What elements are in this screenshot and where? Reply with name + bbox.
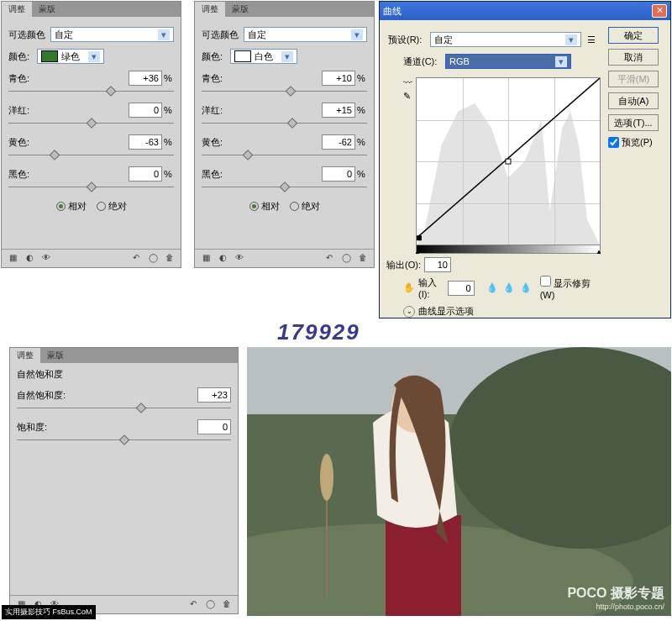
tab-mask[interactable]: 蒙版 [225, 2, 255, 17]
ok-button[interactable]: 确定 [608, 27, 659, 44]
vibrance-slider[interactable] [17, 403, 231, 414]
black-slider[interactable] [8, 182, 174, 193]
curve-display-options[interactable]: ⌄曲线显示选项 [403, 305, 596, 318]
vibrance-title: 自然饱和度 [17, 368, 231, 381]
cyan-slider[interactable] [202, 86, 367, 97]
color-select[interactable]: 白色▾ [230, 49, 297, 64]
trash-icon[interactable]: 🗑 [164, 253, 176, 265]
preset-select[interactable]: 自定▾ [430, 32, 581, 47]
show-clipping-checkbox[interactable]: 显示修剪(W) [540, 276, 596, 300]
magenta-slider[interactable] [8, 118, 174, 129]
vibrance-panel: 调整蒙版 自然饱和度 自然饱和度: 饱和度: ▦◐👁↶◯🗑 [9, 347, 239, 614]
reset-icon[interactable]: ↶ [187, 599, 199, 611]
curves-dialog: 曲线✕ 预设(R):自定▾☰ 通道(C):RGB▾ 〰✎ ▲▲ 输出(O): ✋… [379, 1, 671, 318]
output-input[interactable] [424, 257, 451, 272]
magenta-label: 洋红: [8, 104, 40, 117]
tab-adjust[interactable]: 调整 [195, 2, 225, 17]
preset-select[interactable]: 自定▾ [50, 27, 174, 42]
chevron-down-icon: ▾ [555, 56, 567, 67]
svg-rect-8 [386, 515, 461, 616]
magenta-input[interactable] [129, 103, 162, 118]
selective-color-panel-green: 调整 蒙版 可选颜色 自定▾ 颜色: 绿色▾ 青色:% 洋红:% 黄色:% 黑色… [1, 1, 181, 268]
absolute-radio[interactable]: 绝对 [290, 200, 320, 213]
close-icon[interactable]: ✕ [652, 4, 667, 18]
vibrance-input[interactable] [197, 387, 231, 403]
svg-rect-2 [506, 159, 511, 164]
black-input[interactable] [129, 166, 162, 182]
menu-icon[interactable]: ☰ [585, 34, 598, 45]
tab-adjust[interactable]: 调整 [2, 2, 32, 17]
yellow-input[interactable] [322, 134, 355, 150]
saturation-input[interactable] [197, 419, 231, 434]
watermark: POCO 摄影专题http://photo.poco.cn/ [567, 585, 664, 611]
pencil-tool-icon[interactable]: ✎ [403, 91, 412, 102]
black-label: 黑色: [8, 168, 40, 181]
relative-radio[interactable]: 相对 [56, 200, 87, 213]
magenta-slider[interactable] [202, 118, 367, 129]
eyedropper-white-icon[interactable]: 💧 [520, 282, 532, 294]
saturation-slider[interactable] [17, 434, 231, 446]
chevron-down-icon: ▾ [88, 51, 100, 62]
panel-footer: ▦◐👁↶◯🗑 [2, 249, 181, 267]
chevron-down-icon: ▾ [351, 29, 363, 40]
tab-adjust[interactable]: 调整 [10, 348, 40, 363]
check-number: 179929 [277, 319, 360, 345]
cyan-label: 青色: [8, 72, 40, 85]
cyan-slider[interactable] [8, 86, 174, 97]
layer-icon[interactable]: ▦ [7, 253, 18, 265]
options-button[interactable]: 选项(T)... [608, 114, 659, 131]
eyedropper-black-icon[interactable]: 💧 [486, 282, 498, 294]
view-icon[interactable]: ◐ [217, 253, 228, 265]
view-icon[interactable]: ◐ [24, 253, 35, 265]
svg-rect-3 [417, 235, 422, 240]
curve-tool-icon[interactable]: 〰 [403, 77, 412, 87]
tab-mask[interactable]: 蒙版 [32, 2, 62, 17]
prev-icon[interactable]: ◯ [204, 599, 216, 611]
selective-color-panel-white: 调整蒙版 可选颜色自定▾ 颜色:白色▾ 青色:% 洋红:% 黄色:% 黑色:% … [194, 1, 375, 268]
svg-point-11 [320, 454, 333, 501]
result-photo: POCO 摄影专题http://photo.poco.cn/ [247, 347, 671, 616]
reset-icon[interactable]: ↶ [130, 253, 142, 265]
dialog-title: 曲线 [383, 5, 402, 18]
black-slider[interactable] [202, 182, 367, 193]
eyedropper-gray-icon[interactable]: 💧 [503, 282, 515, 294]
yellow-input[interactable] [129, 134, 162, 150]
preset-select[interactable]: 自定▾ [244, 27, 367, 42]
swatch-icon [41, 50, 58, 62]
color-select[interactable]: 绿色▾ [37, 49, 104, 64]
tab-mask[interactable]: 蒙版 [40, 348, 71, 363]
hand-icon[interactable]: ✋ [403, 282, 415, 293]
cancel-button[interactable]: 取消 [608, 49, 659, 66]
preview-checkbox[interactable]: 预览(P) [608, 136, 662, 149]
prev-icon[interactable]: ◯ [340, 253, 352, 265]
eye-icon[interactable]: 👁 [234, 253, 245, 265]
channel-select[interactable]: RGB▾ [445, 54, 571, 69]
cyan-input[interactable] [322, 71, 355, 86]
chevron-down-icon: ▾ [281, 51, 293, 62]
yellow-label: 黄色: [8, 136, 40, 149]
relative-radio[interactable]: 相对 [249, 200, 280, 213]
auto-button[interactable]: 自动(A) [608, 92, 659, 109]
yellow-slider[interactable] [8, 150, 174, 161]
selcolor-label: 可选颜色 [8, 29, 50, 41]
trash-icon[interactable]: 🗑 [357, 253, 369, 265]
panel-tabs: 调整 蒙版 [2, 2, 181, 17]
dialog-titlebar[interactable]: 曲线✕ [380, 2, 670, 20]
magenta-input[interactable] [322, 103, 355, 118]
absolute-radio[interactable]: 绝对 [97, 200, 127, 213]
chevron-down-icon: ▾ [565, 34, 577, 45]
prev-icon[interactable]: ◯ [147, 253, 159, 265]
swatch-icon [234, 50, 251, 62]
eye-icon[interactable]: 👁 [40, 253, 52, 265]
input-input[interactable] [448, 281, 475, 296]
black-input[interactable] [322, 166, 355, 182]
reset-icon[interactable]: ↶ [323, 253, 335, 265]
color-label: 颜色: [8, 50, 37, 63]
trash-icon[interactable]: 🗑 [221, 599, 233, 611]
layer-icon[interactable]: ▦ [200, 253, 212, 265]
chevron-down-icon: ⌄ [403, 306, 415, 318]
yellow-slider[interactable] [202, 150, 367, 161]
cyan-input[interactable] [129, 71, 162, 86]
curve-canvas[interactable] [416, 77, 601, 245]
svg-line-1 [417, 78, 600, 238]
